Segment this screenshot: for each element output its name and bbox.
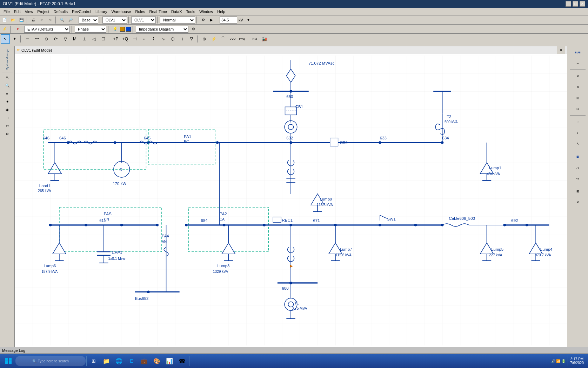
close-button[interactable]: ✕ bbox=[580, 1, 585, 7]
rp-icon4[interactable]: ✕ bbox=[573, 82, 583, 92]
left-tool8[interactable]: ⚙ bbox=[4, 130, 11, 138]
start-button[interactable] bbox=[1, 355, 15, 367]
relay-tool[interactable]: ⌇ bbox=[149, 34, 158, 44]
redo-btn[interactable]: ↪ bbox=[46, 16, 54, 24]
arc-tool[interactable]: ⌒ bbox=[219, 34, 228, 44]
rp-icon13[interactable]: ⊞ bbox=[573, 186, 583, 196]
qload-tool[interactable]: +Q bbox=[121, 34, 130, 44]
menu-help[interactable]: Help bbox=[215, 9, 227, 14]
rp-icon8[interactable]: ↕ bbox=[573, 128, 583, 138]
menu-revcontrol[interactable]: RevControl bbox=[70, 9, 93, 14]
tb-app7[interactable]: ☎ bbox=[176, 355, 188, 367]
tb-app4[interactable]: 💼 bbox=[138, 355, 151, 367]
normal-dropdown[interactable]: Normal bbox=[160, 17, 195, 24]
kv-down[interactable]: ▼ bbox=[245, 16, 252, 24]
diagram-dropdown[interactable]: Impedance Diagram bbox=[136, 26, 188, 33]
rp-icon3[interactable]: ✕ bbox=[573, 71, 583, 81]
inverter-tool[interactable]: ⟩ bbox=[178, 34, 187, 44]
diagram-opt-btn[interactable]: ⚙ bbox=[189, 25, 197, 33]
base-dropdown[interactable]: Base bbox=[79, 17, 98, 24]
new-btn[interactable]: 📄 bbox=[1, 16, 8, 24]
menu-project[interactable]: Project bbox=[35, 9, 51, 14]
etap-dropdown[interactable]: ETAP (Default) bbox=[24, 26, 70, 33]
minimize-button[interactable]: — bbox=[566, 1, 571, 7]
lump-tool[interactable]: ∇ bbox=[187, 34, 196, 44]
vvo-tool[interactable]: VVO bbox=[228, 34, 237, 44]
rp-bus[interactable]: BUS bbox=[573, 47, 583, 57]
zoom-out-btn[interactable]: 🔎 bbox=[67, 16, 74, 24]
motor-tool[interactable]: M bbox=[70, 34, 79, 44]
menu-rules[interactable]: Rules bbox=[133, 9, 147, 14]
fault-tool[interactable]: ⚡ bbox=[209, 34, 218, 44]
left-select[interactable]: ↖ bbox=[4, 73, 11, 81]
menu-tools[interactable]: Tools bbox=[184, 9, 198, 14]
tb-app6[interactable]: 📊 bbox=[163, 355, 176, 367]
left-tool6[interactable]: □ bbox=[4, 114, 11, 121]
load-tool[interactable]: ▽ bbox=[61, 34, 70, 44]
rp-icon12[interactable]: 49 bbox=[573, 173, 583, 183]
print-btn[interactable]: 🖨 bbox=[29, 16, 37, 24]
menu-library[interactable]: Library bbox=[93, 9, 109, 14]
cb-tool[interactable]: ☐ bbox=[99, 34, 108, 44]
rp-icon6[interactable]: ⊟ bbox=[573, 104, 583, 114]
phase-dropdown[interactable]: Phase bbox=[75, 26, 106, 33]
diagram-canvas[interactable]: 71.072 MVAsc 650 CB1 bbox=[15, 54, 567, 347]
window-controls[interactable]: — □ ✕ bbox=[566, 1, 585, 7]
color-btn[interactable] bbox=[120, 27, 125, 32]
search-bar[interactable]: 🔍 Type here to search bbox=[15, 356, 86, 366]
bus-tool[interactable]: ━ bbox=[23, 34, 32, 44]
left-tool4[interactable]: ✦ bbox=[4, 98, 11, 105]
rp-icon2[interactable]: ━ bbox=[573, 58, 583, 68]
rp-table[interactable]: ⊞ bbox=[573, 152, 583, 162]
run-btn[interactable]: ▶ bbox=[208, 16, 215, 24]
canvas-close[interactable]: ✕ bbox=[557, 46, 565, 54]
recloser-tool[interactable]: ↔ bbox=[140, 34, 149, 44]
left-tool3[interactable]: ≡ bbox=[4, 90, 11, 97]
switch-tool[interactable]: ◁ bbox=[89, 34, 98, 44]
cap-tool[interactable]: ⊥ bbox=[80, 34, 89, 44]
left-tool7[interactable]: ✂ bbox=[4, 122, 11, 130]
kv-input[interactable] bbox=[220, 17, 237, 24]
olv1-dropdown1[interactable]: OLV1 bbox=[102, 17, 127, 24]
tb-app5[interactable]: 🎨 bbox=[151, 355, 163, 367]
menu-view[interactable]: View bbox=[23, 9, 35, 14]
save-btn[interactable]: 💾 bbox=[18, 16, 25, 24]
rp-icon5[interactable]: ⊞ bbox=[573, 93, 583, 103]
menu-warehouse[interactable]: Warehouse bbox=[109, 9, 133, 14]
vfd-tool[interactable]: ∿ bbox=[159, 34, 168, 44]
open-btn[interactable]: 📂 bbox=[9, 16, 17, 24]
settings-btn[interactable]: ⚙ bbox=[199, 16, 207, 24]
rp-icon11[interactable]: 79 bbox=[573, 163, 583, 172]
left-tool5[interactable]: ◉ bbox=[4, 106, 11, 113]
menu-datax[interactable]: DataX bbox=[169, 9, 184, 14]
tb2-btn1[interactable]: ⚡ bbox=[1, 25, 8, 33]
pointer-tool[interactable]: ✦ bbox=[10, 34, 19, 44]
menu-file[interactable]: File bbox=[1, 9, 12, 14]
pload-tool[interactable]: +P bbox=[111, 34, 120, 44]
olv1-dropdown2[interactable]: OLV1 bbox=[131, 17, 156, 24]
left-tool2[interactable]: 🔍 bbox=[4, 81, 11, 89]
zoom-in-btn[interactable]: 🔍 bbox=[58, 16, 66, 24]
tb-app3[interactable]: E bbox=[125, 355, 138, 367]
undo-btn[interactable]: ↩ bbox=[38, 16, 46, 24]
task-view[interactable]: ⊞ bbox=[87, 355, 100, 367]
menu-edit[interactable]: Edit bbox=[12, 9, 23, 14]
etap-icon[interactable]: E bbox=[13, 25, 23, 33]
rp-icon9[interactable]: ↖ bbox=[573, 139, 583, 149]
menu-defaults[interactable]: Defaults bbox=[52, 9, 70, 14]
measure-tool[interactable]: ⊕ bbox=[200, 34, 209, 44]
menu-window[interactable]: Window bbox=[197, 9, 215, 14]
color2-btn[interactable] bbox=[126, 27, 131, 32]
select-tool[interactable]: ↖ bbox=[1, 34, 10, 44]
menu-realtime[interactable]: Real-Time bbox=[147, 9, 169, 14]
system-manager-label[interactable]: System Manager bbox=[6, 47, 9, 71]
gen-tool[interactable]: ⊙ bbox=[42, 34, 51, 44]
transformer-tool[interactable]: ⟳ bbox=[51, 34, 60, 44]
tb-app1[interactable]: 📁 bbox=[100, 355, 113, 367]
rp-icon7[interactable]: ↔ bbox=[573, 117, 583, 127]
train-tool[interactable]: 🚂 bbox=[260, 34, 269, 44]
ups-tool[interactable]: ⬡ bbox=[168, 34, 177, 44]
rp-icon14[interactable]: ✕ bbox=[573, 197, 583, 207]
tb-app2[interactable]: 🌐 bbox=[113, 355, 125, 367]
n-2-tool[interactable]: N-2 bbox=[250, 34, 259, 44]
